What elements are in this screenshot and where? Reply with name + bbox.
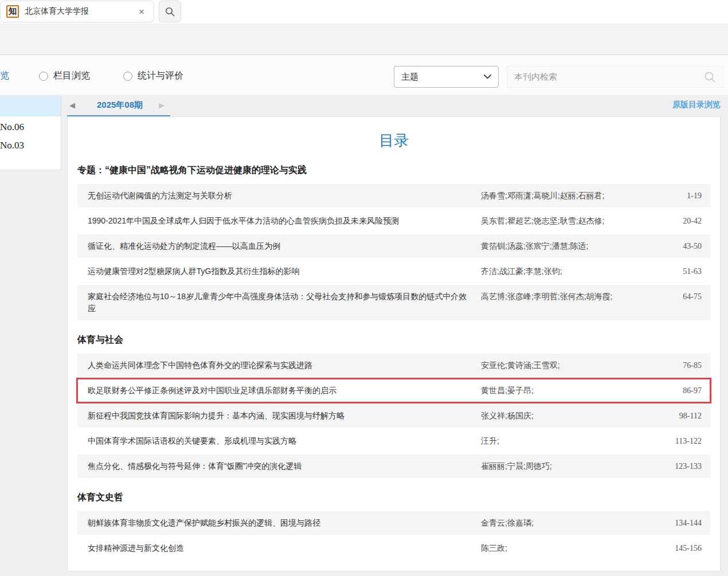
- article-authors: 安亚伦;黄诗涵;王雪双;: [481, 359, 659, 371]
- article-authors: 齐洁;战江豪;李慧;张钧;: [481, 265, 659, 277]
- section-header: 专题：“健康中国”战略视角下运动促进健康的理论与实践: [77, 164, 710, 177]
- sidebar-item-current-issue[interactable]: [0, 96, 61, 116]
- browse-option-label: 栏目浏览: [53, 70, 90, 82]
- issue-tab-bar: ◀ 2025年08期 ▶ 原版目录浏览: [67, 95, 721, 116]
- issue-sidebar: No.06 No.03: [0, 96, 61, 170]
- article-row[interactable]: 运动健康管理对2型糖尿病人群TyG指数及其衍生指标的影响 齐洁;战江豪;李慧;张…: [77, 260, 710, 283]
- article-row[interactable]: 循证化、精准化运动处方的制定流程——以高血压为例 黄箔钏;汤蕊;张宸宁;潘慧;陈…: [77, 234, 710, 258]
- article-title[interactable]: 朝鲜族体育非物质文化遗产保护赋能乡村振兴的逻辑、困境与路径: [88, 517, 481, 529]
- search-placeholder: 本刊内检索: [514, 72, 704, 83]
- next-issue-icon[interactable]: ▶: [159, 101, 165, 109]
- header-band: [0, 23, 728, 54]
- article-authors: 汤春雪;邓雨潇;葛晓川;赵丽;石丽君;: [481, 190, 659, 202]
- article-title[interactable]: 新征程中我国竞技体育国际影响力提升：基本内涵、现实困境与纾解方略: [88, 410, 481, 422]
- journal-tab-title: 北京体育大学学报: [25, 6, 135, 17]
- article-title[interactable]: 女排精神源进与新文化创造: [88, 542, 481, 554]
- search-field-value: 主题: [401, 72, 418, 83]
- article-pages: 51-63: [659, 265, 702, 277]
- article-title[interactable]: 家庭社会经济地位与10～18岁儿童青少年中高强度身体活动：父母社会支持和参与锻炼…: [88, 291, 481, 315]
- article-title[interactable]: 1990-2021年中国及全球成年人归因于低水平体力活动的心血管疾病负担及未来风…: [88, 215, 481, 227]
- article-authors: 黄世昌;晏子昂;: [481, 385, 659, 397]
- article-title[interactable]: 运动健康管理对2型糖尿病人群TyG指数及其衍生指标的影响: [88, 265, 481, 277]
- browse-option-issue[interactable]: 览: [0, 70, 9, 82]
- article-pages: 123-133: [659, 460, 702, 472]
- sidebar-item-issue[interactable]: No.06: [0, 122, 61, 133]
- article-pages: 145-156: [659, 542, 702, 554]
- article-title[interactable]: 人类命运共同体理念下中国特色体育外交的理论探索与实践进路: [88, 359, 481, 371]
- article-pages: 20-42: [659, 215, 702, 227]
- close-icon[interactable]: ×: [135, 6, 148, 18]
- article-authors: 张义祥;杨国庆;: [481, 410, 659, 422]
- article-pages: 64-75: [659, 291, 702, 303]
- in-journal-search-input[interactable]: 本刊内检索: [507, 66, 723, 88]
- cnki-logo-icon: 知: [6, 5, 19, 18]
- article-authors: 吴东哲;瞿超艺;饶志坚;耿雪;赵杰修;: [481, 215, 659, 227]
- article-title[interactable]: 循证化、精准化运动处方的制定流程——以高血压为例: [88, 240, 481, 252]
- article-authors: 金青云;徐嘉璘;: [481, 517, 659, 529]
- article-authors: 汪升;: [481, 435, 659, 447]
- article-row[interactable]: 焦点分化、情感极化与符号延伸：体育“饭圈”冲突的演化逻辑 崔丽丽;宁晨;周德巧;…: [77, 454, 710, 478]
- toc-panel: 目录 专题：“健康中国”战略视角下运动促进健康的理论与实践 无创运动代谢阈值的方…: [67, 116, 721, 571]
- article-pages: 86-97: [659, 385, 702, 397]
- article-row[interactable]: 1990-2021年中国及全球成年人归因于低水平体力活动的心血管疾病负担及未来风…: [77, 209, 710, 233]
- article-title[interactable]: 中国体育学术国际话语权的关键要素、形成机理与实践方略: [88, 435, 481, 447]
- original-toc-link[interactable]: 原版目录浏览: [672, 100, 721, 110]
- search-icon: [165, 7, 175, 17]
- search-icon[interactable]: [704, 71, 716, 83]
- browse-option-columns[interactable]: 栏目浏览: [39, 70, 90, 82]
- prev-issue-icon[interactable]: ◀: [69, 101, 75, 109]
- article-authors: 高艺博;张彦峰;李明哲;张何杰;胡海霞;: [481, 291, 659, 303]
- journal-tab[interactable]: 知 北京体育大学学报 ×: [0, 1, 154, 22]
- browse-nav-row: 览 栏目浏览 统计与评价 主题 本刊内检索: [0, 54, 728, 95]
- article-pages: 134-144: [659, 517, 702, 529]
- chevron-down-icon: [484, 75, 491, 79]
- section-header: 体育与社会: [77, 334, 710, 346]
- article-pages: 43-50: [659, 240, 702, 252]
- section-header: 体育文史哲: [77, 492, 710, 504]
- article-row-highlighted[interactable]: 欧足联财务公平修正条例述评及对中国职业足球俱乐部财务平衡的启示 黄世昌;晏子昂;…: [77, 379, 710, 402]
- browse-option-label: 统计与评价: [138, 70, 183, 82]
- article-row[interactable]: 新征程中我国竞技体育国际影响力提升：基本内涵、现实困境与纾解方略 张义祥;杨国庆…: [77, 404, 710, 428]
- article-row[interactable]: 中国体育学术国际话语权的关键要素、形成机理与实践方略 汪升; 113-122: [77, 429, 710, 453]
- article-authors: 崔丽丽;宁晨;周德巧;: [481, 460, 659, 472]
- article-title[interactable]: 欧足联财务公平修正条例述评及对中国职业足球俱乐部财务平衡的启示: [88, 385, 481, 397]
- article-pages: 76-85: [659, 359, 702, 371]
- radio-icon: [39, 72, 48, 81]
- article-authors: 黄箔钏;汤蕊;张宸宁;潘慧;陈适;: [481, 240, 659, 252]
- article-row[interactable]: 朝鲜族体育非物质文化遗产保护赋能乡村振兴的逻辑、困境与路径 金青云;徐嘉璘; 1…: [77, 511, 710, 535]
- page: 知 北京体育大学学报 × 览 栏目浏览 统计与评价 主题: [0, 0, 728, 576]
- article-pages: 113-122: [659, 435, 702, 447]
- article-row[interactable]: 人类命运共同体理念下中国特色体育外交的理论探索与实践进路 安亚伦;黄诗涵;王雪双…: [77, 354, 710, 377]
- article-title[interactable]: 无创运动代谢阈值的方法测定与关联分析: [88, 190, 481, 202]
- toc-title: 目录: [77, 131, 710, 151]
- browse-option-statistics[interactable]: 统计与评价: [123, 70, 183, 82]
- article-pages: 98-112: [659, 410, 702, 422]
- main-area: No.06 No.03 ◀ 2025年08期 ▶ 原版目录浏览 目录 专题：“健…: [0, 95, 728, 576]
- radio-icon: [123, 72, 132, 81]
- current-issue-tab[interactable]: 2025年08期: [97, 100, 143, 111]
- article-authors: 陈三政;: [481, 542, 659, 554]
- article-row[interactable]: 无创运动代谢阈值的方法测定与关联分析 汤春雪;邓雨潇;葛晓川;赵丽;石丽君; 1…: [77, 184, 710, 207]
- article-pages: 1-19: [659, 190, 702, 202]
- search-field-select[interactable]: 主题: [394, 66, 499, 88]
- sidebar-item-issue[interactable]: No.03: [0, 140, 61, 151]
- tab-search-button[interactable]: [159, 1, 181, 22]
- article-row[interactable]: 家庭社会经济地位与10～18岁儿童青少年中高强度身体活动：父母社会支持和参与锻炼…: [77, 285, 710, 320]
- article-row[interactable]: 女排精神源进与新文化创造 陈三政; 145-156: [77, 536, 710, 560]
- article-title[interactable]: 焦点分化、情感极化与符号延伸：体育“饭圈”冲突的演化逻辑: [88, 460, 481, 472]
- tab-bar: 知 北京体育大学学报 ×: [0, 0, 728, 23]
